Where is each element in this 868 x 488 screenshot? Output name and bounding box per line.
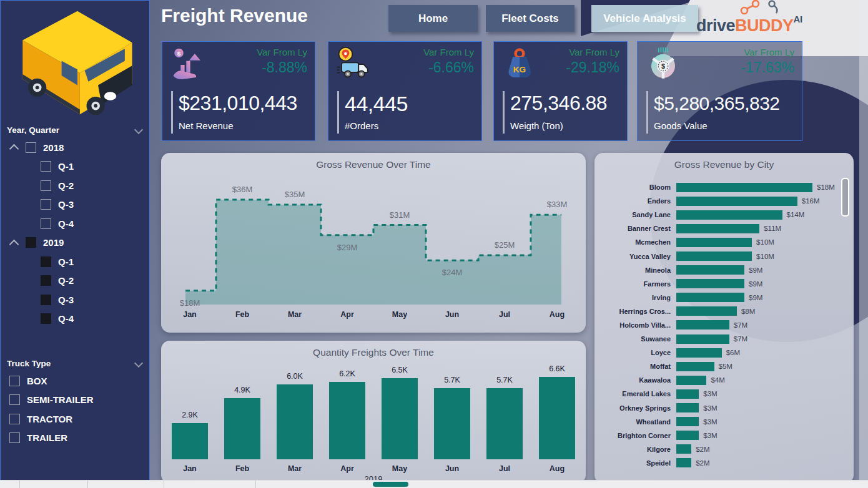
city-bar[interactable] [676,444,691,454]
checkbox-2018-q-4[interactable] [41,218,51,229]
nav-button-fleet-costs[interactable]: Fleet Costs [486,5,575,32]
chart-scrollbar-thumb[interactable] [841,178,849,217]
city-value-label: $7M [734,335,747,343]
city-bar[interactable] [676,348,722,358]
city-bar[interactable] [676,306,737,316]
revenue-area-fill[interactable] [185,200,561,305]
truck-type-list: BOXSEMI-TRAILERTRACTORTRAILER [7,371,145,447]
qty-bar[interactable] [434,388,470,459]
truck-type-item-semi-trailer[interactable]: SEMI-TRAILER [7,391,145,410]
qty-bar[interactable] [329,382,365,459]
city-bar[interactable] [676,403,699,412]
city-bar[interactable] [676,210,782,220]
city-bar[interactable] [676,458,691,467]
year-quarter-item-q-3[interactable]: Q-3 [7,290,145,310]
x-axis-label: Feb [235,464,250,473]
checkbox-2019-q-1[interactable] [41,256,51,267]
year-quarter-item-q-1[interactable]: Q-1 [7,252,145,271]
city-value-label: $10M [756,238,774,246]
checkbox-2018-q-3[interactable] [41,199,51,210]
var-from-ly-value: -17.63% [741,59,794,76]
svg-text:$: $ [177,50,181,57]
year-quarter-item-q-4[interactable]: Q-4 [7,310,145,329]
year-quarter-item-q-2[interactable]: Q-2 [7,176,145,195]
city-bar[interactable] [676,334,729,344]
checkbox-2018[interactable] [26,142,36,153]
nav-button-home[interactable]: Home [388,5,478,32]
year-quarter-item-q-2[interactable]: Q-2 [7,271,145,291]
checkbox-2019-q-2[interactable] [41,275,51,286]
checkbox-2018-q-1[interactable] [41,161,51,172]
city-label: Herrings Cros... [601,308,676,315]
city-value-label: $9M [749,294,762,301]
chevron-down-icon[interactable] [134,125,143,134]
city-bar[interactable] [676,279,744,288]
checkbox-trailer[interactable] [9,432,20,443]
checkbox-2018-q-2[interactable] [41,180,51,191]
qty-bar[interactable] [224,398,260,459]
city-bar[interactable] [676,320,729,329]
year-quarter-item-2018[interactable]: 2018 [7,138,145,157]
qty-bar[interactable] [539,377,575,459]
x-axis-label: Apr [340,464,354,473]
year-quarter-item-q-3[interactable]: Q-3 [7,195,145,215]
checkbox-2019-q-4[interactable] [41,313,51,324]
checkbox-semi-trailer[interactable] [9,394,20,405]
year-quarter-item-q-4[interactable]: Q-4 [7,214,145,233]
kpi-card-goods-value[interactable]: $ Var From Ly -17.63% $5,280,365,832 Goo… [637,41,802,141]
city-bar[interactable] [676,431,699,440]
city-label: Holcomb Villa... [601,321,676,329]
qty-bar[interactable] [486,388,523,459]
city-bar[interactable] [676,197,797,206]
checkbox-2019-q-3[interactable] [41,295,51,305]
slicer-item-label: SEMI-TRAILER [27,394,94,405]
data-label: 5.7K [444,376,460,384]
city-bar[interactable] [676,389,699,399]
city-bar[interactable] [676,183,812,192]
city-bar-row-wheatland: Wheatland$3M [601,415,841,429]
city-bar[interactable] [676,238,752,247]
city-bar[interactable] [676,293,744,302]
gross-revenue-over-time-chart[interactable]: Gross Revenue Over Time $18MJan$36MFeb$3… [161,153,586,333]
gross-revenue-by-city-chart[interactable]: Gross Revenue by City Bloom$18MEnders$16… [594,153,854,481]
city-bar-row-kilgore: Kilgore$2M [601,442,841,456]
truck-type-item-box[interactable]: BOX [7,371,145,391]
qty-bar[interactable] [277,384,313,459]
data-label: $29M [337,243,358,252]
svg-text:KG: KG [513,65,526,74]
checkbox-2019[interactable] [26,237,36,248]
qty-bar[interactable] [382,378,418,459]
city-bar[interactable] [676,251,752,261]
city-bar[interactable] [676,362,714,371]
city-bar[interactable] [676,376,706,385]
city-bar[interactable] [676,417,699,426]
nav-button-vehicle-analysis[interactable]: Vehicle Analysis [591,5,698,32]
x-axis-label: May [392,310,407,319]
kpi-card-weight[interactable]: KG Var From Ly -29.18% 275,346.88 Weigth… [493,41,628,141]
qty-bar[interactable] [172,423,208,459]
year-quarter-item-2019[interactable]: 2019 [7,233,145,253]
kpi-card-net-revenue[interactable]: $ Var From Ly -8.88% $231,010,443 Net Re… [162,41,315,141]
chevron-down-icon[interactable] [134,359,143,368]
collapse-caret-icon[interactable] [9,144,19,154]
collapse-caret-icon[interactable] [9,239,19,249]
city-bar-row-speidel: Speidel$2M [601,456,841,470]
kpi-card-orders[interactable]: Var From Ly -6.66% 44,445 #Orders [328,41,482,141]
city-bar-row-suwanee: Suwanee$7M [601,332,841,346]
checkbox-tractor[interactable] [9,414,20,424]
year-quarter-item-q-1[interactable]: Q-1 [7,157,145,177]
truck-type-item-trailer[interactable]: TRAILER [7,429,145,448]
quantity-freights-over-time-chart[interactable]: Quantity Freights Over Time 2.9KJan4.9KF… [161,341,586,481]
city-bar[interactable] [676,265,744,275]
var-from-ly-label: Var From Ly [569,47,619,57]
horizontal-scrollbar[interactable] [0,480,868,488]
city-bar[interactable] [676,224,759,233]
truck-type-item-tractor[interactable]: TRACTOR [7,409,145,429]
kpi-label: Net Revenue [179,120,234,131]
data-label: 4.9K [234,386,250,394]
delivery-truck-icon [336,47,372,83]
horizontal-scrollbar-thumb[interactable] [373,482,408,487]
vertical-scroll-track[interactable] [859,0,868,481]
var-from-ly-value: -8.88% [262,59,307,76]
checkbox-box[interactable] [9,376,20,386]
